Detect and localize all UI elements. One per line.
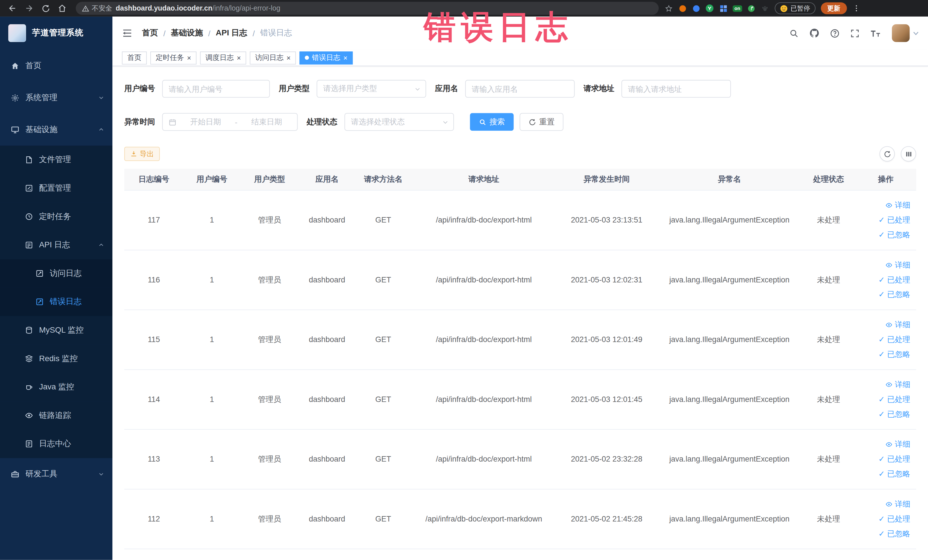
font-size-icon[interactable] <box>870 28 882 38</box>
sidebar-item-scheduled-tasks[interactable]: 定时任务 <box>0 203 112 231</box>
detail-link[interactable]: 详细 <box>858 257 910 272</box>
refresh-icon <box>529 118 536 126</box>
mark-processed-link[interactable]: ✓已处理 <box>858 332 910 347</box>
request-url-input[interactable] <box>621 80 731 98</box>
mark-ignored-link[interactable]: ✓已忽略 <box>858 406 910 421</box>
mark-ignored-link[interactable]: ✓已忽略 <box>858 347 910 362</box>
close-icon[interactable]: × <box>187 54 191 61</box>
detail-link[interactable]: 详细 <box>858 497 910 511</box>
cell-user-id: 1 <box>183 310 240 369</box>
user-type-select[interactable]: 请选择用户类型 <box>317 80 426 98</box>
breadcrumb-separator: / <box>252 29 255 38</box>
collapse-sidebar-icon[interactable] <box>122 28 132 38</box>
cell-user-type: 管理员 <box>240 310 299 369</box>
close-icon[interactable]: × <box>237 54 241 61</box>
help-icon[interactable] <box>830 28 840 38</box>
extension-green-icon[interactable] <box>705 4 714 12</box>
java-icon <box>25 383 33 391</box>
detail-link[interactable]: 详细 <box>858 377 910 392</box>
close-icon[interactable]: × <box>286 54 291 61</box>
breadcrumb: 首页 / 基础设施 / API 日志 / 错误日志 <box>142 28 292 38</box>
sidebar-item-trace[interactable]: 链路追踪 <box>0 401 112 430</box>
search-icon[interactable] <box>789 28 799 38</box>
extension-leaf-icon[interactable] <box>748 4 756 12</box>
cell-app: dashboard <box>299 190 355 250</box>
mark-ignored-link[interactable]: ✓已忽略 <box>858 467 910 481</box>
user-type-label: 用户类型 <box>279 84 310 94</box>
mark-processed-link[interactable]: ✓已处理 <box>858 452 910 467</box>
reload-icon[interactable] <box>38 1 53 15</box>
sidebar-item-dev-tools[interactable]: 研发工具 <box>0 458 112 490</box>
detail-link[interactable]: 详细 <box>858 317 910 332</box>
breadcrumb-separator: / <box>208 29 211 38</box>
breadcrumb-item-api-log[interactable]: API 日志 <box>216 28 247 38</box>
mark-processed-link[interactable]: ✓已处理 <box>858 212 910 227</box>
cell-user-type: 管理员 <box>240 250 299 310</box>
sidebar-item-access-log[interactable]: 访问日志 <box>0 259 112 288</box>
user-id-input[interactable] <box>162 80 270 98</box>
tag-scheduled-tasks[interactable]: 定时任务× <box>150 51 197 64</box>
mysql-icon <box>25 326 33 334</box>
close-icon[interactable]: × <box>343 54 348 61</box>
breadcrumb-item-home[interactable]: 首页 <box>142 28 158 38</box>
home-icon[interactable] <box>55 1 70 15</box>
app-name-input[interactable] <box>465 80 575 98</box>
sidebar-item-system[interactable]: 系统管理 <box>0 82 112 113</box>
back-icon[interactable] <box>5 1 20 15</box>
cell-user-type: 管理员 <box>240 190 299 250</box>
tag-error-log[interactable]: 错误日志× <box>299 51 353 64</box>
export-button[interactable]: 导出 <box>124 147 160 161</box>
sidebar-item-mysql-monitor[interactable]: MySQL 监控 <box>0 316 112 345</box>
mark-ignored-link[interactable]: ✓已忽略 <box>858 526 910 541</box>
sidebar-item-redis-monitor[interactable]: Redis 监控 <box>0 344 112 373</box>
paused-badge[interactable]: 已暂停 <box>774 2 815 14</box>
update-button[interactable]: 更新 <box>821 2 847 14</box>
extension-grid-icon[interactable] <box>719 4 728 12</box>
address-bar[interactable]: 不安全 dashboard.yudao.iocoder.cn/infra/log… <box>76 2 659 15</box>
sidebar-item-config-management[interactable]: 配置管理 <box>0 174 112 203</box>
tag-home[interactable]: 首页 <box>122 51 147 64</box>
user-menu[interactable] <box>892 24 918 42</box>
process-status-select[interactable]: 请选择处理状态 <box>344 113 454 131</box>
app-title: 芋道管理系统 <box>32 28 83 38</box>
bookmark-star-icon[interactable] <box>665 4 673 12</box>
detail-link[interactable]: 详细 <box>858 198 910 212</box>
mark-ignored-link[interactable]: ✓已忽略 <box>858 287 910 302</box>
sidebar-item-java-monitor[interactable]: Java 监控 <box>0 373 112 401</box>
mark-ignored-link[interactable]: ✓已忽略 <box>858 227 910 242</box>
extension-blue-icon[interactable] <box>692 4 700 12</box>
sidebar-item-file-management[interactable]: 文件管理 <box>0 145 112 174</box>
forward-icon[interactable] <box>21 1 37 15</box>
extension-orange-icon[interactable] <box>678 4 687 12</box>
tag-access-log[interactable]: 访问日志× <box>250 51 296 64</box>
column-settings-button[interactable] <box>901 146 916 162</box>
sidebar-item-error-log[interactable]: 错误日志 <box>0 288 112 316</box>
sidebar-item-infrastructure[interactable]: 基础设施 <box>0 113 112 145</box>
sidebar-item-api-log[interactable]: API 日志 <box>0 231 112 259</box>
logo[interactable]: 芋道管理系统 <box>0 17 112 50</box>
github-icon[interactable] <box>809 28 820 38</box>
extension-on-badge[interactable]: on <box>733 5 742 12</box>
paused-label: 已暂停 <box>791 4 810 12</box>
mark-processed-link[interactable]: ✓已处理 <box>858 511 910 526</box>
reset-button[interactable]: 重置 <box>520 113 564 131</box>
date-range-picker[interactable]: 开始日期 - 结束日期 <box>162 113 298 131</box>
sidebar-item-home[interactable]: 首页 <box>0 50 112 82</box>
breadcrumb-item-infrastructure[interactable]: 基础设施 <box>171 28 203 38</box>
extension-paw-icon[interactable] <box>761 4 769 12</box>
exception-time-label: 异常时间 <box>124 117 155 127</box>
check-icon: ✓ <box>878 526 885 541</box>
sidebar-item-log-center[interactable]: 日志中心 <box>0 430 112 458</box>
detail-link[interactable]: 详细 <box>858 437 910 452</box>
security-indicator[interactable]: 不安全 <box>82 4 112 12</box>
fullscreen-icon[interactable] <box>850 28 860 38</box>
table-row: 116 1 管理员 dashboard GET /api/infra/db-do… <box>124 250 916 310</box>
security-label: 不安全 <box>92 4 112 12</box>
search-button[interactable]: 搜索 <box>470 113 514 131</box>
browser-menu-icon[interactable] <box>852 4 860 12</box>
app-name-label: 应用名 <box>435 84 458 94</box>
tag-schedule-log[interactable]: 调度日志× <box>200 51 246 64</box>
refresh-table-button[interactable] <box>879 146 895 162</box>
mark-processed-link[interactable]: ✓已处理 <box>858 392 910 406</box>
mark-processed-link[interactable]: ✓已处理 <box>858 272 910 287</box>
